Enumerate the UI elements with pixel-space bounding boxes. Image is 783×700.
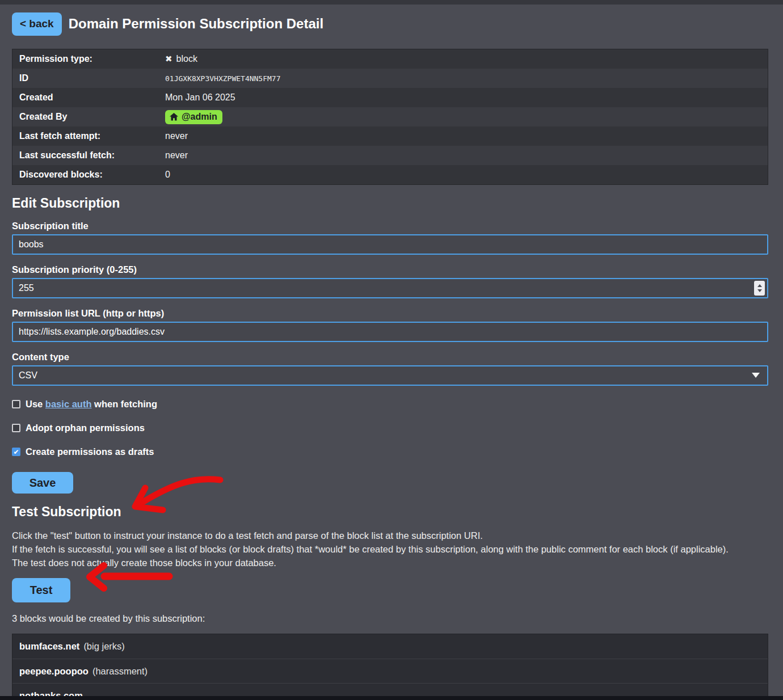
created-date-value: Mon Jan 06 2025 xyxy=(165,92,235,103)
test-description-line: Click the "test" button to instruct your… xyxy=(12,529,768,542)
block-domain: bumfaces.net xyxy=(19,641,79,652)
test-subscription-heading: Test Subscription xyxy=(12,504,768,520)
table-row-created-by: Created By @admin xyxy=(12,107,768,126)
create-drafts-label: Create permissions as drafts xyxy=(26,446,154,457)
row-label: Last fetch attempt: xyxy=(12,131,165,141)
stepper-up-icon[interactable] xyxy=(757,284,762,287)
permission-list-url-input[interactable] xyxy=(12,322,768,342)
subscription-title-input[interactable] xyxy=(12,234,768,255)
permission-type-value: block xyxy=(176,54,197,64)
block-comment: (harassment) xyxy=(92,666,148,677)
last-fetch-attempt-value: never xyxy=(165,131,188,141)
table-row-permission-type: Permission type: ✖ block xyxy=(12,49,768,69)
last-successful-fetch-value: never xyxy=(165,150,188,161)
test-description-line: The test does not actually create those … xyxy=(12,556,768,570)
row-label: Permission type: xyxy=(12,54,165,64)
table-row-created: Created Mon Jan 06 2025 xyxy=(12,88,768,107)
subscription-id-value: 01JGXK8XP3VHXZPWET4NN5FM77 xyxy=(165,74,281,83)
content-type-group: Content type CSV xyxy=(12,352,768,386)
block-domain: peepee.poopoo xyxy=(19,666,89,677)
table-row-discovered-blocks: Discovered blocks: 0 xyxy=(12,165,768,184)
row-value: ✖ block xyxy=(165,54,197,64)
edit-subscription-heading: Edit Subscription xyxy=(12,196,768,211)
adopt-orphans-label: Adopt orphan permissions xyxy=(26,423,145,433)
table-row-last-fetch-attempt: Last fetch attempt: never xyxy=(12,126,768,146)
row-value: @admin xyxy=(165,110,222,124)
subscription-priority-group: Subscription priority (0-255) xyxy=(12,264,768,298)
test-description-line: If the fetch is successful, you will see… xyxy=(12,542,768,556)
create-drafts-checkbox-row: ✔ Create permissions as drafts xyxy=(12,446,768,457)
page-header: < back Domain Permission Subscription De… xyxy=(12,12,768,36)
block-x-icon: ✖ xyxy=(165,54,172,64)
block-list-item: peepee.poopoo (harassment) xyxy=(12,659,768,683)
test-description: Click the "test" button to instruct your… xyxy=(12,529,768,570)
subscription-priority-label: Subscription priority (0-255) xyxy=(12,264,768,275)
subscription-title-label: Subscription title xyxy=(12,221,768,231)
content-type-selected-value: CSV xyxy=(19,370,37,381)
number-stepper[interactable] xyxy=(754,281,765,296)
subscription-priority-input[interactable] xyxy=(12,278,768,298)
save-button[interactable]: Save xyxy=(12,472,73,494)
test-button[interactable]: Test xyxy=(12,578,70,602)
content-type-label: Content type xyxy=(12,352,768,362)
chevron-down-icon xyxy=(752,373,760,378)
create-drafts-checkbox[interactable]: ✔ xyxy=(12,448,20,456)
discovered-blocks-value: 0 xyxy=(165,170,170,180)
domain-permission-subscription-detail-page: < back Domain Permission Subscription De… xyxy=(0,5,783,700)
stepper-down-icon[interactable] xyxy=(757,289,762,292)
window-bottom-edge xyxy=(0,696,783,700)
content-type-select[interactable]: CSV xyxy=(12,365,768,386)
adopt-orphans-checkbox[interactable] xyxy=(12,424,20,432)
block-list-item: bumfaces.net (big jerks) xyxy=(12,634,768,659)
permission-list-url-group: Permission list URL (http or https) xyxy=(12,308,768,342)
block-comment: (big jerks) xyxy=(83,641,124,652)
subscription-detail-table: Permission type: ✖ block ID 01JGXK8XP3VH… xyxy=(12,49,768,185)
basic-auth-checkbox-row: Use basic auth when fetching xyxy=(12,399,768,410)
row-label: Created By xyxy=(12,112,165,122)
table-row-last-successful-fetch: Last successful fetch: never xyxy=(12,146,768,165)
subscription-title-group: Subscription title xyxy=(12,221,768,255)
back-button[interactable]: < back xyxy=(12,12,62,36)
basic-auth-checkbox[interactable] xyxy=(12,400,20,408)
row-label: Last successful fetch: xyxy=(12,150,165,161)
test-result-block-list: bumfaces.net (big jerks) peepee.poopoo (… xyxy=(12,634,768,700)
permission-list-url-label: Permission list URL (http or https) xyxy=(12,308,768,319)
basic-auth-label: Use basic auth when fetching xyxy=(26,399,157,410)
created-by-admin-badge[interactable]: @admin xyxy=(165,110,222,124)
test-result-summary: 3 blocks would be created by this subscr… xyxy=(12,613,768,624)
page-title: Domain Permission Subscription Detail xyxy=(69,16,323,32)
row-label: ID xyxy=(12,73,165,83)
adopt-orphans-checkbox-row: Adopt orphan permissions xyxy=(12,423,768,433)
row-label: Created xyxy=(12,92,165,103)
basic-auth-link[interactable]: basic auth xyxy=(45,399,92,409)
row-label: Discovered blocks: xyxy=(12,170,165,180)
created-by-handle: @admin xyxy=(182,112,217,122)
home-icon xyxy=(170,113,178,121)
table-row-id: ID 01JGXK8XP3VHXZPWET4NN5FM77 xyxy=(12,69,768,88)
window-top-edge xyxy=(0,0,783,5)
